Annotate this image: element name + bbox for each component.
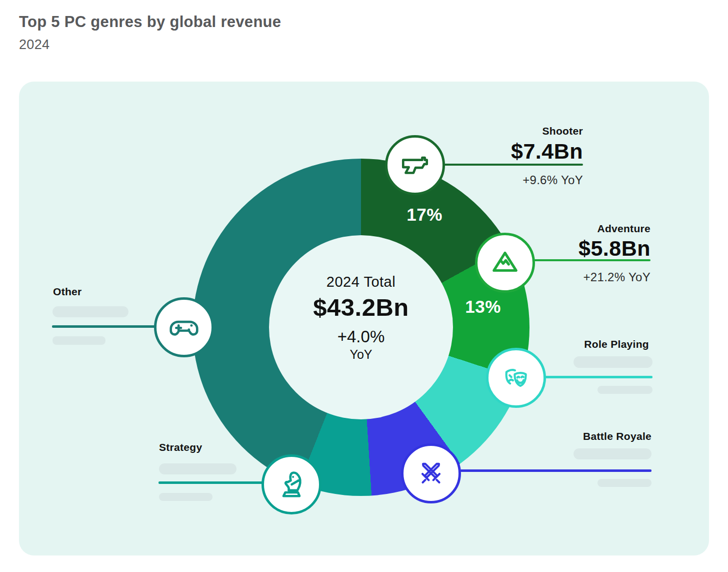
page-title: Top 5 PC genres by global revenue xyxy=(19,13,281,31)
battle-royale-icon-circle xyxy=(401,443,461,503)
total-yoy-unit: YoY xyxy=(271,347,451,362)
donut-center-totals: 2024 Total $43.2Bn +4.0% YoY xyxy=(271,274,451,362)
other-icon-circle xyxy=(154,297,214,357)
crossed-swords-icon xyxy=(414,457,448,490)
role-playing-value-placeholder xyxy=(574,356,652,368)
shooter-yoy: +9.6% YoY xyxy=(483,173,583,187)
other-connector-line xyxy=(52,325,157,328)
total-yoy-change: +4.0% xyxy=(271,327,451,346)
total-value: $43.2Bn xyxy=(271,293,451,321)
theater-masks-icon xyxy=(500,361,532,394)
pistol-icon xyxy=(398,149,432,182)
shooter-icon-circle xyxy=(385,135,445,195)
chess-knight-icon xyxy=(275,468,308,501)
other-yoy-placeholder xyxy=(52,336,106,345)
shooter-connector-line xyxy=(444,164,583,166)
battle-royale-value-placeholder xyxy=(574,448,652,459)
shooter-label: Shooter xyxy=(483,125,583,137)
adventure-label: Adventure xyxy=(550,223,650,235)
other-value-placeholder xyxy=(52,306,128,317)
role-playing-connector-line xyxy=(544,376,652,378)
strategy-icon-circle xyxy=(262,454,322,514)
strategy-label: Strategy xyxy=(159,441,269,453)
battle-royale-label: Battle Royale xyxy=(552,430,652,442)
adventure-value: $5.8Bn xyxy=(526,236,650,261)
mountain-icon xyxy=(488,246,522,279)
role-playing-label: Role Playing xyxy=(549,338,649,350)
page-subtitle: 2024 xyxy=(19,37,50,53)
adventure-yoy: +21.2% YoY xyxy=(550,270,650,284)
strategy-value-placeholder xyxy=(159,463,236,474)
adventure-icon-circle xyxy=(475,233,535,293)
other-label: Other xyxy=(53,286,163,298)
battle-royale-yoy-placeholder xyxy=(598,479,652,487)
strategy-yoy-placeholder xyxy=(159,493,212,501)
total-label: 2024 Total xyxy=(271,274,451,290)
shooter-value: $7.4Bn xyxy=(458,139,583,164)
shooter-percent-label: 17% xyxy=(394,205,454,225)
game-controller-icon xyxy=(168,311,200,344)
infographic: Top 5 PC genres by global revenue 2024 2… xyxy=(0,0,728,572)
battle-royale-connector-line xyxy=(460,469,652,472)
strategy-connector-line xyxy=(158,481,264,484)
role-playing-icon-circle xyxy=(486,348,546,408)
role-playing-yoy-placeholder xyxy=(598,386,652,394)
adventure-percent-label: 13% xyxy=(453,297,513,317)
